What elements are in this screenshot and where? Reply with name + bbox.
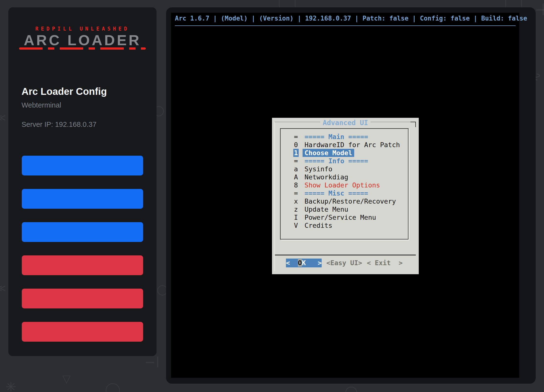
menu-item[interactable]: = ===== Main ===== — [293, 133, 408, 141]
background-decoration-chevrons: ≪ — [0, 113, 6, 122]
background-decoration-circle — [106, 383, 120, 392]
sidebar-button[interactable] — [22, 289, 143, 308]
menu-item-key: a — [293, 165, 299, 173]
menu-item-label: Update Menu — [305, 205, 348, 213]
webterminal-window: Arc 1.6.7 | (Model) | (Version) | 192.16… — [166, 7, 536, 384]
menu-item[interactable]: = ===== Misc ===== — [293, 189, 408, 197]
page-subtitle: Webterminal — [22, 101, 61, 109]
terminal-screen[interactable]: Arc 1.6.7 | (Model) | (Version) | 192.16… — [171, 13, 519, 378]
page-title: Arc Loader Config — [22, 86, 107, 97]
logo-dashed-underline — [19, 47, 146, 50]
menu-item-key: x — [293, 197, 299, 205]
sidebar-button[interactable] — [22, 255, 143, 275]
sidebar-buttons — [22, 156, 143, 342]
menu-item-label: ===== Misc ===== — [305, 189, 368, 197]
background-decoration-dash — [536, 9, 544, 11]
menu-item-label: Choose Model — [303, 149, 354, 157]
menu-item[interactable]: = ===== Info ===== — [293, 157, 408, 165]
menu-item[interactable]: 1 Choose Model — [293, 149, 408, 157]
menu-item[interactable]: 0 HardwareID for Arc Patch — [293, 141, 408, 149]
menu-item-key: = — [293, 189, 299, 197]
menu-item[interactable]: z Update Menu — [293, 205, 408, 213]
menu-item[interactable]: x Backup/Restore/Recovery — [293, 197, 408, 205]
text-cursor: O — [298, 259, 302, 267]
menu-item[interactable]: V Credits — [293, 221, 408, 229]
menu-item[interactable]: A Networkdiag — [293, 173, 408, 181]
background-decoration-circle — [345, 387, 357, 392]
sidebar-button[interactable] — [22, 322, 143, 342]
menu-item-label: ===== Info ===== — [305, 157, 368, 165]
background-decoration-dash — [146, 362, 154, 363]
exit-button[interactable]: < Exit > — [367, 259, 403, 267]
dialog-button-divider — [275, 255, 416, 255]
menu-item-key: 0 — [293, 141, 299, 149]
logo-title: ARC LOADER — [8, 32, 157, 49]
logo-tagline: REDPILL UNLEASHED — [8, 26, 157, 32]
menu-item-label: ===== Main ===== — [305, 133, 368, 141]
menu-item-label: Credits — [305, 221, 332, 229]
menu-item-key: z — [293, 205, 299, 213]
dialog-buttons: < OK > <Easy UI> < Exit > — [286, 259, 403, 267]
menu-item-key: 8 — [293, 181, 299, 189]
ok-button[interactable]: < OK > — [286, 259, 322, 267]
background-decoration-star: ✳ — [5, 380, 16, 392]
server-ip-label: Server IP: 192.168.0.37 — [22, 120, 96, 129]
background-decoration-chevrons: ≪ — [0, 283, 6, 293]
menu-item-key: 1 — [293, 149, 299, 157]
menu-item-label: Show Loader Options — [305, 181, 380, 189]
menu-item-key: V — [293, 221, 299, 229]
menu-item-label: HardwareID for Arc Patch — [305, 141, 400, 149]
easy-ui-button[interactable]: <Easy UI> — [326, 259, 362, 267]
menu-item[interactable]: I Power/Service Menu — [293, 213, 408, 221]
menu-item-key: = — [293, 133, 299, 141]
sidebar-button[interactable] — [22, 156, 143, 175]
dialog-menu: = ===== Main ===== 0 HardwareID for Arc … — [280, 128, 408, 240]
menu-item-key: I — [293, 213, 299, 221]
sidebar: REDPILL UNLEASHED ARC LOADER Arc Loader … — [8, 7, 157, 356]
menu-item-label: Networkdiag — [305, 173, 348, 181]
menu-item-label: Backup/Restore/Recovery — [305, 197, 396, 205]
menu-item[interactable]: a Sysinfo — [293, 165, 408, 173]
menu-item-label: Power/Service Menu — [305, 213, 376, 221]
background-decoration-dash — [157, 357, 158, 367]
menu-item-label: Sysinfo — [305, 165, 332, 173]
terminal-status-divider — [175, 25, 516, 26]
menu-item[interactable]: 8 Show Loader Options — [293, 181, 408, 189]
advanced-ui-dialog: Advanced UI = ===== Main ===== 0 Hardwar… — [272, 118, 419, 274]
sidebar-button[interactable] — [22, 222, 143, 242]
menu-item-key: A — [293, 173, 299, 181]
page: ▽ ✳ ∿ ≪ ≪ REDPILL UNLEASHED ARC LOADER A… — [0, 0, 544, 392]
background-decoration-triangle: ▽ — [62, 373, 71, 384]
background-decoration-dash — [543, 3, 544, 15]
terminal-status-line: Arc 1.6.7 | (Model) | (Version) | 192.16… — [175, 15, 516, 22]
sidebar-button[interactable] — [22, 189, 143, 209]
menu-item-key: = — [293, 157, 299, 165]
dialog-title: Advanced UI — [272, 119, 419, 127]
